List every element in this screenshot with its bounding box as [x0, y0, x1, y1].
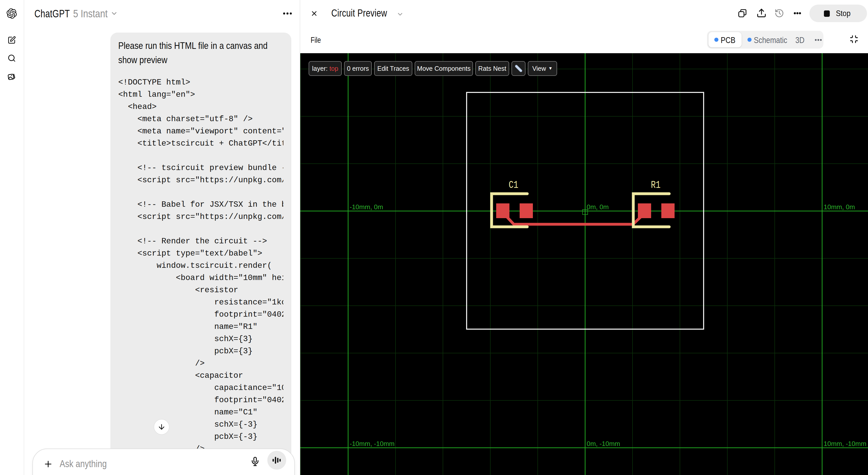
svg-text:0m, -10mm: 0m, -10mm: [587, 440, 620, 447]
svg-text:-10mm, -10mm: -10mm, -10mm: [350, 440, 395, 447]
svg-text:-10mm, 0m: -10mm, 0m: [350, 203, 383, 211]
svg-text:10mm, -10mm: 10mm, -10mm: [824, 440, 866, 447]
svg-text:0m, 0m: 0m, 0m: [587, 203, 609, 211]
svg-text:10mm, 0m: 10mm, 0m: [824, 203, 855, 211]
svg-text:R1: R1: [651, 179, 660, 191]
svg-text:C1: C1: [509, 179, 518, 191]
